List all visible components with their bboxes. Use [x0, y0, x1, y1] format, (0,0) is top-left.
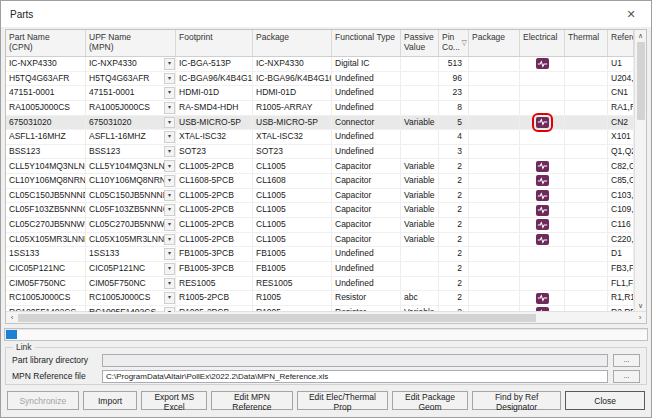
cell-package_geom[interactable] — [469, 145, 520, 159]
column-header-cpn[interactable]: Part Name (CPN) — [6, 30, 86, 56]
cell-thermal[interactable] — [565, 203, 608, 217]
table-row[interactable]: CLL5Y104MQ3NLNCCLL5Y104MQ3NLNC▾CL1005-2P… — [6, 159, 634, 174]
cell-functional_type[interactable]: Undefined — [332, 72, 401, 86]
cell-mpn[interactable]: CL05C150JB5NNND▾ — [86, 189, 176, 203]
combo-dropdown-icon[interactable]: ▾ — [164, 219, 175, 231]
cell-package[interactable]: CL1005 — [253, 218, 332, 232]
cell-functional_type[interactable]: Undefined — [332, 247, 401, 261]
cell-thermal[interactable] — [565, 233, 608, 247]
cell-thermal[interactable] — [565, 189, 608, 203]
table-row[interactable]: CIC05P121NCCIC05P121NC▾FB1005-3PCBFB1005… — [6, 262, 634, 277]
cell-mpn[interactable]: CL10Y106MQ8NRNC▾ — [86, 174, 176, 188]
cell-footprint[interactable]: CL1005-2PCB — [176, 189, 253, 203]
electrical-property-icon[interactable] — [536, 219, 549, 230]
cell-cpn[interactable]: ASFL1-16MHZ — [6, 130, 86, 144]
cell-package_geom[interactable] — [469, 189, 520, 203]
edit-elec-thermal-prop-button[interactable]: Edit Elec/Thermal Prop — [297, 391, 389, 410]
cell-pin_count[interactable]: 513 — [439, 57, 469, 71]
cell-cpn[interactable]: RA1005J000CS — [6, 101, 86, 115]
cell-mpn[interactable]: CL05F103ZB5NNNC▾ — [86, 203, 176, 217]
cell-footprint[interactable]: IC-BGA-513P — [176, 57, 253, 71]
edit-mpn-reference-button[interactable]: Edit MPN Reference — [211, 391, 293, 410]
table-row[interactable]: 47151-000147151-0001▾HDMI-01DHDMI-01DUnd… — [6, 86, 634, 101]
cell-cpn[interactable]: CIM05F750NC — [6, 277, 86, 291]
cell-package[interactable]: HDMI-01D — [253, 86, 332, 100]
cell-package[interactable]: IC-BGA96/K4B4G16 — [253, 72, 332, 86]
table-row[interactable]: ASFL1-16MHZASFL1-16MHZ▾XTAL-ISC32XTAL-IS… — [6, 130, 634, 145]
cell-functional_type[interactable]: Resistor — [332, 291, 401, 305]
cell-footprint[interactable]: RES1005 — [176, 277, 253, 291]
cell-passive_value[interactable]: Variable — [401, 218, 439, 232]
cell-functional_type[interactable]: Capacitor — [332, 203, 401, 217]
cell-package_geom[interactable] — [469, 291, 520, 305]
cell-footprint[interactable]: FB1005-3PCB — [176, 262, 253, 276]
cell-electrical[interactable] — [520, 72, 565, 86]
cell-package[interactable]: CL1005 — [253, 203, 332, 217]
export-ms-excel-button[interactable]: Export MS Excel — [141, 391, 207, 410]
cell-passive_value[interactable]: Variable — [401, 189, 439, 203]
cell-functional_type[interactable]: Undefined — [332, 277, 401, 291]
cell-footprint[interactable]: HDMI-01D — [176, 86, 253, 100]
combo-dropdown-icon[interactable]: ▾ — [164, 307, 175, 312]
browse-mpn-reference-button[interactable]: ... — [613, 370, 640, 383]
electrical-property-icon[interactable] — [536, 161, 549, 172]
cell-electrical[interactable] — [520, 189, 565, 203]
cell-pin_count[interactable]: 4 — [439, 130, 469, 144]
table-row[interactable]: BSS123BSS123▾SOT23SOT23Undefined3Q1,Q2 — [6, 145, 634, 160]
cell-passive_value[interactable] — [401, 130, 439, 144]
cell-package[interactable]: XTAL-ISC32 — [253, 130, 332, 144]
cell-electrical[interactable] — [520, 57, 565, 71]
combo-dropdown-icon[interactable]: ▾ — [164, 117, 175, 129]
combo-dropdown-icon[interactable]: ▾ — [164, 263, 175, 275]
cell-reference[interactable]: U204,U — [608, 72, 634, 86]
electrical-property-icon[interactable] — [536, 205, 549, 216]
cell-package[interactable]: FB1005 — [253, 247, 332, 261]
cell-package_geom[interactable] — [469, 262, 520, 276]
cell-mpn[interactable]: BSS123▾ — [86, 145, 176, 159]
cell-mpn[interactable]: ASFL1-16MHZ▾ — [86, 130, 176, 144]
cell-pin_count[interactable]: 2 — [439, 174, 469, 188]
cell-pin_count[interactable]: 3 — [439, 145, 469, 159]
cell-cpn[interactable]: BSS123 — [6, 145, 86, 159]
cell-cpn[interactable]: CL05X105MR3LNNH — [6, 233, 86, 247]
cell-passive_value[interactable]: Variable — [401, 233, 439, 247]
combo-dropdown-icon[interactable]: ▾ — [164, 160, 175, 172]
cell-pin_count[interactable]: 2 — [439, 247, 469, 261]
table-row[interactable]: CL05X105MR3LNNHCL05X105MR3LNNH▾CL1005-2P… — [6, 233, 634, 248]
cell-thermal[interactable] — [565, 218, 608, 232]
cell-functional_type[interactable]: Undefined — [332, 145, 401, 159]
cell-functional_type[interactable]: Undefined — [332, 130, 401, 144]
column-header-mpn[interactable]: UPF Name (MPN) — [86, 30, 176, 56]
cell-reference[interactable]: Q1,Q2 — [608, 145, 634, 159]
combo-dropdown-icon[interactable]: ▾ — [164, 234, 175, 246]
cell-package_geom[interactable] — [469, 203, 520, 217]
cell-mpn[interactable]: RC1005F1402CS▾ — [86, 306, 176, 312]
cell-package_geom[interactable] — [469, 174, 520, 188]
table-row[interactable]: H5TQ4G63AFRH5TQ4G63AFR▾IC-BGA96/K4B4G16I… — [6, 72, 634, 87]
cell-reference[interactable]: X101 — [608, 130, 634, 144]
cell-footprint[interactable]: IC-BGA96/K4B4G16 — [176, 72, 253, 86]
synchronize-button[interactable]: Synchronize — [7, 391, 79, 410]
cell-passive_value[interactable] — [401, 86, 439, 100]
combo-dropdown-icon[interactable]: ▾ — [164, 87, 175, 99]
table-row[interactable]: RA1005J000CSRA1005J000CS▾RA-SMD4-HDHR100… — [6, 101, 634, 116]
cell-package_geom[interactable] — [469, 218, 520, 232]
electrical-property-icon[interactable] — [536, 293, 549, 304]
cell-reference[interactable]: D1 — [608, 247, 634, 261]
cell-footprint[interactable]: SOT23 — [176, 145, 253, 159]
cell-package_geom[interactable] — [469, 57, 520, 71]
cell-cpn[interactable]: CL05C270JB5NNWC — [6, 218, 86, 232]
cell-cpn[interactable]: 47151-0001 — [6, 86, 86, 100]
cell-cpn[interactable]: H5TQ4G63AFR — [6, 72, 86, 86]
cell-functional_type[interactable]: Undefined — [332, 101, 401, 115]
cell-pin_count[interactable]: 23 — [439, 86, 469, 100]
cell-mpn[interactable]: CIC05P121NC▾ — [86, 262, 176, 276]
cell-functional_type[interactable]: Capacitor — [332, 218, 401, 232]
row-position-scroll-thumb[interactable] — [6, 330, 17, 339]
cell-electrical[interactable] — [520, 233, 565, 247]
cell-package[interactable]: R1005-ARRAY — [253, 101, 332, 115]
cell-functional_type[interactable]: Capacitor — [332, 233, 401, 247]
cell-package_geom[interactable] — [469, 247, 520, 261]
part-library-directory-field[interactable] — [102, 354, 608, 367]
cell-reference[interactable]: FB3,FB5 — [608, 262, 634, 276]
